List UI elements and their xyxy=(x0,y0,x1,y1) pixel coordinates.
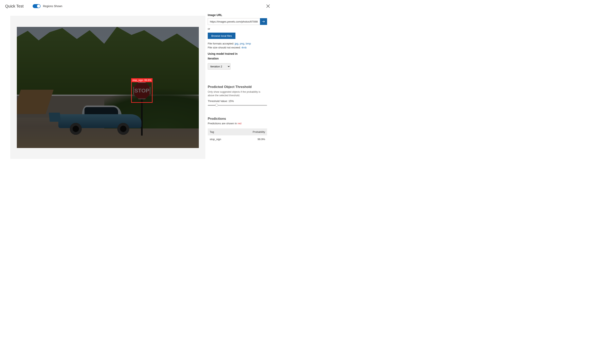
image-url-label: Image URL xyxy=(208,13,267,17)
predictions-subtitle: Predictions are shown in red xyxy=(208,122,267,125)
file-size-link[interactable]: 4mb xyxy=(241,46,246,49)
image-url-input[interactable] xyxy=(208,18,260,25)
iteration-select[interactable]: Iteration 2 xyxy=(208,63,231,70)
predictions-heading: Predictions xyxy=(208,117,267,121)
close-icon xyxy=(266,4,270,8)
predictions-col-tag: Tag xyxy=(208,128,236,135)
iteration-label: Iteration xyxy=(208,57,267,60)
regions-shown-toggle-label: Regions Shown xyxy=(43,5,62,8)
close-button[interactable] xyxy=(266,4,270,8)
file-formats-link[interactable]: jpg, png, bmp xyxy=(235,42,251,45)
regions-shown-toggle[interactable] xyxy=(33,4,41,8)
file-formats-hint: File formats accepted: jpg, png, bmp xyxy=(208,42,267,46)
image-preview-area: STOP stop_sign: 99.9% xyxy=(10,16,205,159)
arrow-right-icon xyxy=(262,20,265,23)
predictions-row: stop_sign99.9% xyxy=(208,135,267,143)
page-title: Quick Test xyxy=(5,4,23,9)
predictions-col-probability: Probability xyxy=(236,128,267,135)
threshold-description: Only show suggested objects if the proba… xyxy=(208,90,267,97)
prediction-tag: stop_sign xyxy=(208,135,236,143)
browse-local-files-button[interactable]: Browse local files xyxy=(208,33,235,39)
trained-in-label: Using model trained in xyxy=(208,52,267,55)
detection-label: stop_sign: 99.9% xyxy=(131,78,152,82)
threshold-slider-thumb[interactable] xyxy=(215,104,218,107)
or-divider-text: or xyxy=(208,27,267,30)
file-size-hint: File size should not exceed: 4mb xyxy=(208,46,267,50)
preview-image: STOP stop_sign: 99.9% xyxy=(17,27,199,148)
threshold-value-label: Threshold Value: 15% xyxy=(208,99,267,103)
prediction-probability: 99.9% xyxy=(236,135,267,143)
threshold-slider[interactable] xyxy=(208,103,267,107)
submit-url-button[interactable] xyxy=(260,18,267,25)
threshold-heading: Predicted Object Threshold xyxy=(208,85,267,89)
predictions-table: Tag Probability stop_sign99.9% xyxy=(208,128,267,143)
